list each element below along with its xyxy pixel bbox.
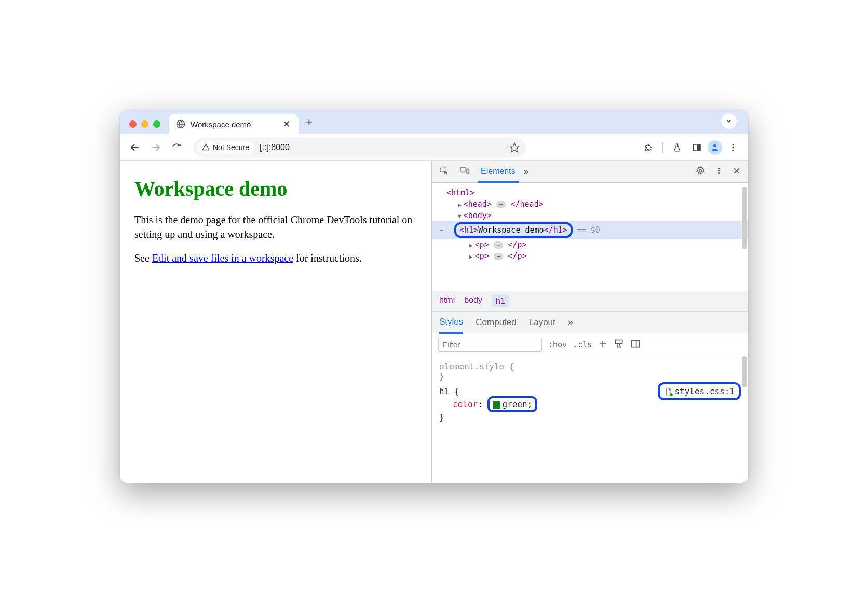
tutorial-link[interactable]: Edit and save files in a workspace (152, 252, 293, 264)
svg-rect-14 (467, 169, 469, 173)
styles-tab[interactable]: Styles (439, 312, 463, 334)
computed-panel-button[interactable] (630, 339, 641, 351)
page-heading: Workspace demo (134, 177, 417, 201)
devtools-menu-button[interactable] (713, 165, 725, 179)
new-tab-button[interactable]: + (299, 115, 320, 134)
styles-filter-input[interactable] (438, 338, 542, 352)
scrollbar[interactable] (742, 356, 747, 387)
collapsed-ellipsis-icon[interactable]: ⋯ (496, 201, 506, 208)
scrollbar[interactable] (742, 187, 747, 249)
svg-point-11 (733, 149, 734, 151)
dots-vertical-icon (715, 167, 723, 175)
svg-point-4 (206, 149, 206, 149)
workspace-mapped-dot-icon (669, 393, 673, 397)
tab-close-icon[interactable]: ✕ (281, 117, 291, 131)
address-bar[interactable]: Not Secure [::]:8000 (194, 138, 526, 157)
highlight-annotation: green; (487, 396, 537, 412)
arrow-right-icon (151, 142, 161, 153)
devices-icon (459, 166, 470, 176)
color-swatch-icon[interactable] (493, 401, 500, 409)
person-icon (710, 143, 720, 152)
close-window-button[interactable] (129, 120, 137, 128)
browser-toolbar: Not Secure [::]:8000 (120, 134, 748, 161)
breadcrumb-html[interactable]: html (439, 295, 455, 307)
puzzle-icon (644, 142, 654, 152)
collapsed-ellipsis-icon[interactable]: ⋯ (494, 241, 504, 249)
extensions-button[interactable] (640, 139, 657, 156)
devtools-settings-button[interactable] (693, 164, 708, 180)
svg-point-10 (733, 146, 734, 148)
page-paragraph-1: This is the demo page for the official C… (134, 212, 417, 241)
svg-point-15 (699, 169, 702, 172)
reload-button[interactable] (168, 139, 185, 156)
bookmark-star-icon[interactable] (509, 142, 520, 153)
styles-rules: element.style { } h1 { color: green; } (432, 356, 748, 483)
breadcrumb-h1[interactable]: h1 (492, 295, 509, 307)
device-toolbar-button[interactable] (457, 164, 472, 180)
dom-node-head[interactable]: ▶<head> ⋯ </head> (432, 198, 748, 210)
forward-button[interactable] (147, 139, 165, 156)
highlight-annotation: <h1>Workspace demo</h1> (454, 222, 573, 238)
breadcrumb-body[interactable]: body (464, 295, 482, 307)
devtools-close-button[interactable] (730, 165, 743, 179)
new-rule-button[interactable] (598, 339, 607, 351)
cls-toggle[interactable]: .cls (573, 340, 592, 349)
tabs-dropdown-button[interactable] (721, 113, 737, 129)
dom-node-html[interactable]: <html> (432, 187, 748, 198)
reload-icon (172, 143, 181, 152)
hov-toggle[interactable]: :hov (548, 340, 567, 349)
browser-tab[interactable]: Workspace demo ✕ (169, 114, 299, 134)
devtools-tabs-overflow[interactable]: » (524, 166, 529, 177)
back-button[interactable] (126, 139, 144, 156)
format-button[interactable] (614, 339, 624, 351)
tab-title: Workspace demo (191, 120, 276, 129)
color-property-name[interactable]: color (453, 399, 478, 409)
dom-node-body[interactable]: ▼<body> (432, 210, 748, 221)
security-chip[interactable]: Not Secure (197, 141, 254, 154)
devtools-panel: Elements » <html> ▶<head> ⋯ </head> ▼<bo… (431, 161, 748, 483)
h1-rule-close: } (439, 412, 741, 422)
styles-tabs-overflow[interactable]: » (568, 317, 573, 328)
side-panel-button[interactable] (688, 139, 706, 156)
stylesheet-source-link[interactable]: styles.css:1 (674, 386, 735, 396)
inspect-element-button[interactable] (437, 164, 452, 180)
minimize-window-button[interactable] (141, 120, 148, 128)
dom-node-p1[interactable]: ▶<p> ⋯ </p> (432, 239, 748, 250)
collapsed-ellipsis-icon[interactable]: ⋯ (494, 253, 504, 260)
layout-tab[interactable]: Layout (529, 312, 555, 333)
flask-icon (672, 143, 682, 152)
plus-icon (598, 339, 607, 348)
selected-marker: == $0 (577, 225, 600, 235)
styles-toolbar: :hov .cls (432, 333, 748, 356)
computed-tab[interactable]: Computed (476, 312, 516, 333)
element-style-rule[interactable]: element.style { } (439, 361, 741, 381)
window-controls (126, 120, 165, 134)
file-icon (664, 387, 672, 396)
color-property-value[interactable]: green (502, 399, 527, 409)
element-style-selector: element.style { (439, 361, 741, 371)
devtools-tab-elements[interactable]: Elements (478, 162, 519, 183)
svg-rect-23 (616, 340, 622, 343)
tab-strip: Workspace demo ✕ + (120, 109, 748, 134)
dom-breadcrumb: html body h1 (432, 291, 748, 312)
disclosure-triangle-icon[interactable]: ▶ (469, 253, 473, 260)
page-viewport: Workspace demo This is the demo page for… (120, 161, 431, 483)
toolbar-divider (662, 142, 663, 153)
url-text: [::]:8000 (257, 143, 506, 152)
profile-avatar[interactable] (708, 140, 722, 155)
brush-icon (614, 339, 624, 349)
page-paragraph-2: See Edit and save files in a workspace f… (134, 251, 417, 265)
menu-button[interactable] (724, 139, 742, 156)
svg-rect-13 (460, 168, 466, 172)
labs-button[interactable] (668, 139, 686, 156)
disclosure-triangle-icon[interactable]: ▶ (458, 201, 462, 208)
gear-icon (695, 166, 706, 176)
disclosure-triangle-icon[interactable]: ▶ (469, 242, 473, 249)
svg-rect-7 (697, 144, 700, 151)
disclosure-triangle-icon[interactable]: ▼ (458, 213, 462, 220)
dom-tree[interactable]: <html> ▶<head> ⋯ </head> ▼<body> ⋯ <h1>W… (432, 183, 748, 291)
svg-marker-5 (510, 143, 519, 152)
dom-node-h1-selected[interactable]: ⋯ <h1>Workspace demo</h1> == $0 (432, 221, 748, 239)
dom-node-p2[interactable]: ▶<p> ⋯ </p> (432, 250, 748, 262)
maximize-window-button[interactable] (153, 120, 160, 128)
